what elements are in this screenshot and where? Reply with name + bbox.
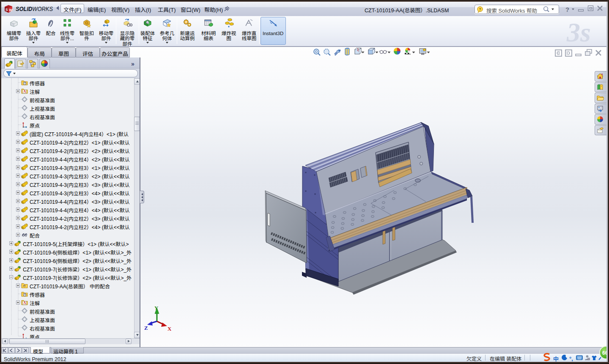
svg-text:Z: Z [144, 325, 148, 331]
svg-text:Y: Y [154, 305, 159, 311]
svg-text:X: X [167, 326, 172, 332]
